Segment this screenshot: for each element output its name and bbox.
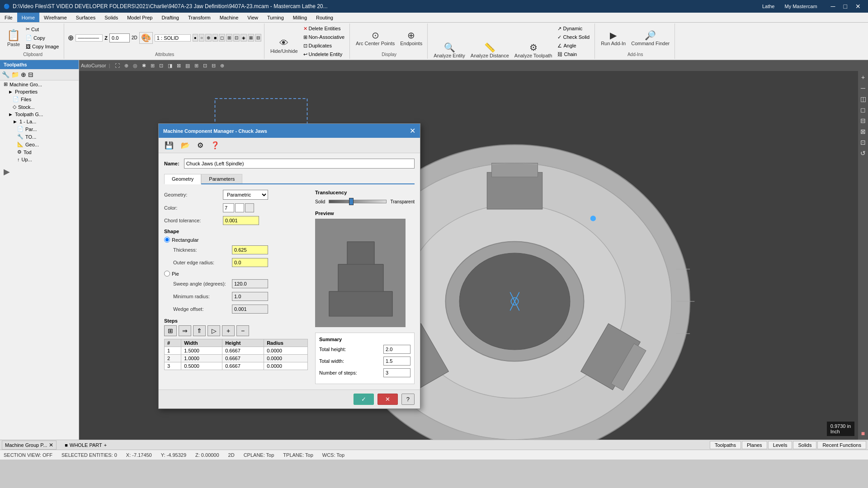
ok-button[interactable]: ✓ bbox=[354, 394, 374, 405]
minimum-radius-input[interactable] bbox=[232, 292, 268, 301]
copy-image-button[interactable]: 🖼 Copy Image bbox=[24, 42, 61, 51]
tree-par[interactable]: 📄 Par... bbox=[0, 125, 79, 133]
command-finder-button[interactable]: 🔎 Command Finder bbox=[629, 25, 672, 51]
attrib-btn-1[interactable]: ● bbox=[193, 34, 198, 42]
menu-solids[interactable]: Solids bbox=[100, 13, 123, 22]
machine-group-tab[interactable]: Machine Group P... ✕ bbox=[2, 441, 57, 450]
tree-stock[interactable]: ◇ Stock... bbox=[0, 103, 79, 111]
machine-group-close-icon[interactable]: ✕ bbox=[49, 442, 53, 448]
recent-functions-tab[interactable]: Recent Functions bbox=[817, 441, 866, 449]
table-row[interactable]: 3 0.5000 0.6667 0.0000 bbox=[165, 362, 308, 370]
steps-btn-add[interactable]: + bbox=[222, 325, 235, 336]
dialog-close-button[interactable]: ✕ bbox=[410, 127, 415, 135]
tree-1-la[interactable]: ► 1 - La... bbox=[0, 118, 79, 125]
chain-button[interactable]: ⛓ Chain bbox=[555, 50, 592, 58]
planes-tab[interactable]: Planes bbox=[742, 441, 767, 449]
attrib-btn-8[interactable]: ◈ bbox=[241, 34, 247, 42]
rectangular-radio[interactable] bbox=[164, 237, 170, 243]
menu-machine[interactable]: Machine bbox=[215, 13, 243, 22]
levels-tab[interactable]: Levels bbox=[768, 441, 793, 449]
lp-btn-4[interactable]: ⊟ bbox=[28, 71, 33, 78]
menu-routing[interactable]: Routing bbox=[311, 13, 338, 22]
analyze-toolpath-button[interactable]: ⚙ Analyze Toolpath bbox=[512, 37, 555, 63]
run-addin-button[interactable]: ▶ Run Add-In bbox=[599, 25, 628, 51]
slider-thumb[interactable] bbox=[349, 198, 354, 205]
color-icon[interactable]: 🎨 bbox=[139, 32, 153, 44]
table-row[interactable]: 1 1.5000 0.6667 0.0000 bbox=[165, 347, 308, 355]
dynamic-button[interactable]: ↗ Dynamic bbox=[555, 24, 592, 33]
duplicates-button[interactable]: ⊡ Duplicates bbox=[301, 42, 347, 50]
color-swatch-white[interactable] bbox=[235, 203, 244, 212]
menu-model-prep[interactable]: Model Prep bbox=[123, 13, 157, 22]
tree-to[interactable]: 🔧 TO... bbox=[0, 133, 79, 141]
menu-drafting[interactable]: Drafting bbox=[157, 13, 184, 22]
arc-center-points-button[interactable]: ⊙ Arc Center Points bbox=[354, 25, 397, 51]
minimize-button[interactable]: ─ bbox=[827, 2, 839, 11]
menu-turning[interactable]: Turning bbox=[263, 13, 288, 22]
toolpaths-tab[interactable]: Toolpaths bbox=[710, 441, 741, 449]
hide-unhide-button[interactable]: 👁 Hide/Unhide bbox=[268, 33, 300, 59]
viewport[interactable]: AutoCursor | ⛶ ⊕ ◎ ✱ ⊞ ⊡ ◨ ⊠ ▤ ⊞ ⊡ ⊟ ⊕ bbox=[79, 60, 868, 440]
total-height-input[interactable] bbox=[383, 345, 410, 354]
dialog-open-button[interactable]: 📂 bbox=[179, 140, 192, 151]
total-width-input[interactable] bbox=[383, 357, 410, 366]
whole-part-plus[interactable]: + bbox=[104, 442, 107, 448]
menu-home[interactable]: Home bbox=[17, 13, 39, 22]
tree-geo[interactable]: 📐 Geo... bbox=[0, 141, 79, 148]
menu-milling[interactable]: Milling bbox=[288, 13, 311, 22]
angle-button[interactable]: ∠ Angle bbox=[555, 42, 592, 50]
steps-btn-next[interactable]: ⇑ bbox=[193, 325, 206, 336]
menu-surfaces[interactable]: Surfaces bbox=[71, 13, 100, 22]
thickness-input[interactable] bbox=[232, 245, 268, 254]
undelete-entity-button[interactable]: ↩ Undelete Entity bbox=[301, 50, 347, 58]
layer-select[interactable]: 1 : SOLID bbox=[155, 34, 191, 42]
dialog-help-icon[interactable]: ❓ bbox=[208, 140, 222, 151]
maximize-button[interactable]: □ bbox=[840, 2, 851, 11]
pie-radio[interactable] bbox=[164, 271, 170, 277]
solids-tab[interactable]: Solids bbox=[793, 441, 816, 449]
attrib-btn-4[interactable]: ■ bbox=[212, 34, 218, 42]
paste-button[interactable]: 📋 Paste bbox=[5, 25, 23, 51]
tree-up[interactable]: ↑ Up... bbox=[0, 156, 79, 163]
non-associative-button[interactable]: ⊞ Non-Associative bbox=[301, 33, 347, 41]
chord-tolerance-input[interactable] bbox=[223, 216, 259, 225]
dialog-save-button[interactable]: 💾 bbox=[162, 140, 176, 151]
menu-file[interactable]: File bbox=[0, 13, 17, 22]
steps-btn-first[interactable]: ⊞ bbox=[164, 325, 177, 336]
delete-entities-button[interactable]: ✕ Delete Entities bbox=[301, 24, 347, 33]
attrib-btn-10[interactable]: ⊟ bbox=[255, 34, 261, 42]
attrib-btn-3[interactable]: ⊕ bbox=[205, 34, 212, 42]
steps-btn-remove[interactable]: − bbox=[236, 325, 249, 336]
attrib-btn-6[interactable]: ⊞ bbox=[226, 34, 232, 42]
tree-tod[interactable]: ⚙ Tod bbox=[0, 148, 79, 156]
cancel-button[interactable]: ✕ bbox=[377, 394, 398, 405]
endpoints-button[interactable]: ⊕ Endpoints bbox=[398, 25, 425, 51]
analyze-distance-button[interactable]: 📏 Analyze Distance bbox=[468, 37, 511, 63]
color-swatch-colored[interactable] bbox=[245, 203, 254, 212]
menu-view[interactable]: View bbox=[243, 13, 263, 22]
help-button[interactable]: ? bbox=[401, 394, 415, 405]
steps-btn-prev[interactable]: ⇒ bbox=[179, 325, 191, 336]
name-input[interactable] bbox=[184, 159, 415, 169]
num-steps-input[interactable] bbox=[383, 368, 410, 377]
z-input[interactable] bbox=[109, 33, 130, 42]
outer-edge-radius-input[interactable] bbox=[232, 258, 268, 267]
steps-btn-last[interactable]: ▷ bbox=[208, 325, 220, 336]
tree-properties[interactable]: ► Properties bbox=[0, 88, 79, 95]
line-style-selector[interactable]: ────── bbox=[75, 34, 103, 42]
dialog-settings-button[interactable]: ⚙ bbox=[195, 140, 206, 151]
sweep-angle-input[interactable] bbox=[232, 279, 268, 288]
lp-btn-3[interactable]: ⊕ bbox=[21, 71, 26, 78]
lp-btn-1[interactable]: 🔧 bbox=[2, 71, 9, 78]
wedge-offset-input[interactable] bbox=[232, 305, 268, 314]
tab-parameters[interactable]: Parameters bbox=[201, 174, 242, 183]
tree-toolpath-g[interactable]: ► Toolpath G... bbox=[0, 111, 79, 118]
menu-wireframe[interactable]: Wireframe bbox=[39, 13, 71, 22]
tree-files[interactable]: 📄 Files bbox=[0, 95, 79, 103]
table-row[interactable]: 2 1.0000 0.6667 0.0000 bbox=[165, 355, 308, 362]
check-solid-button[interactable]: ✓ Check Solid bbox=[555, 33, 592, 41]
menu-transform[interactable]: Transform bbox=[184, 13, 215, 22]
lp-btn-2[interactable]: 📁 bbox=[11, 71, 19, 78]
cut-button[interactable]: ✂ Cut bbox=[24, 25, 61, 33]
color-number-input[interactable] bbox=[223, 203, 234, 212]
